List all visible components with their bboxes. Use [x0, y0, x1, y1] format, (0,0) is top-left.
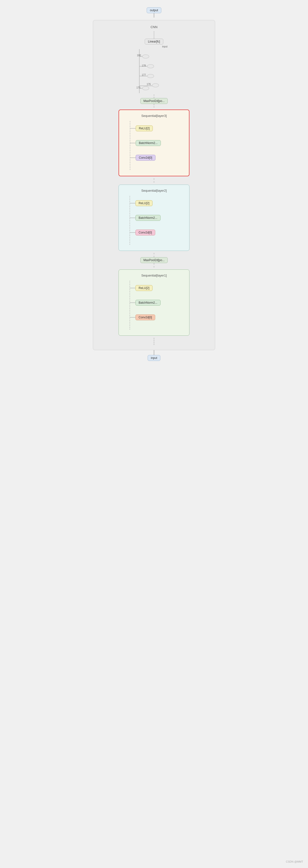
relu-l2-node: ReLU[2]: [135, 200, 153, 206]
output-node: output: [147, 7, 161, 13]
ellipse-178: [147, 64, 154, 68]
label-176: 176: [147, 83, 151, 86]
conv-l3-wrapper: Conv2d[0]: [136, 155, 155, 161]
cnn-container: CNN Linear[fc] input: [93, 20, 215, 350]
connector-to-input: [154, 350, 154, 355]
batchnorm-l3-wrapper: BatchNorm2...: [136, 140, 161, 146]
connector-top-dashed: [154, 31, 154, 39]
label-180: 180: [137, 54, 141, 57]
conv-l2-node: Conv2d[0]: [135, 229, 155, 236]
relu-l3-node: ReLU[2]: [136, 125, 153, 131]
input-edge-label: input: [162, 45, 167, 48]
connector-to-seq2: [154, 178, 154, 183]
conv-l1-node: Conv2d[0]: [135, 314, 155, 320]
relu-l1-node: ReLU[2]: [135, 285, 153, 291]
label-177: 177: [142, 73, 146, 76]
relu-l1-wrapper: ReLU[2]: [135, 285, 153, 291]
maxpool1-node: MaxPool2d[po...: [140, 98, 168, 104]
batchnorm-l3-node: BatchNorm2...: [136, 140, 161, 146]
conv-l2-wrapper: Conv2d[0]: [135, 229, 155, 236]
seq2-label: Sequential[layer2]: [124, 189, 184, 192]
seq1-label: Sequential[layer1]: [124, 274, 184, 277]
watermark: CSDN @MMT: [286, 860, 303, 863]
connector-to-maxpool2: [154, 253, 154, 257]
canvas: output CNN Linear[fc] input: [86, 0, 222, 868]
linear-node: Linear[fc]: [145, 39, 163, 44]
ellipse-180: [142, 55, 149, 58]
connector-to-maxpool1: [154, 94, 154, 98]
relu-l2-wrapper: ReLU[2]: [135, 200, 153, 206]
ellipse-177: [147, 74, 154, 78]
seq-layer3-container: Sequential[layer3] ReLU[2]: [119, 110, 189, 176]
batchnorm-l1-node: BatchNorm2...: [135, 300, 161, 306]
conv-l3-node: Conv2d[0]: [136, 155, 155, 161]
cnn-label: CNN: [98, 25, 210, 29]
connector-bottom-dashed: [154, 338, 154, 345]
maxpool2-node: MaxPool2d[po...: [140, 257, 168, 263]
label-175: 175: [136, 86, 141, 89]
seq-layer1-container: Sequential[layer1] ReLU[2]: [119, 270, 189, 336]
relu-l3-wrapper: ReLU[2]: [136, 125, 153, 131]
seq3-label: Sequential[layer3]: [124, 114, 184, 118]
ellipse-175: [142, 86, 149, 90]
batchnorm-l2-wrapper: BatchNorm2...: [135, 215, 161, 221]
conv-l1-wrapper: Conv2d[0]: [135, 314, 155, 320]
seq-layer2-container: Sequential[layer2] ReLU[2]: [119, 185, 189, 251]
connector-to-seq3: [154, 104, 154, 107]
batchnorm-l1-wrapper: BatchNorm2...: [135, 300, 161, 306]
connector-to-seq1: [154, 263, 154, 268]
label-178: 178: [142, 64, 146, 67]
input-node: input: [148, 355, 160, 361]
ellipse-176: [152, 83, 159, 87]
connector-output-cnn: [154, 13, 154, 18]
batchnorm-l2-node: BatchNorm2...: [135, 215, 161, 221]
